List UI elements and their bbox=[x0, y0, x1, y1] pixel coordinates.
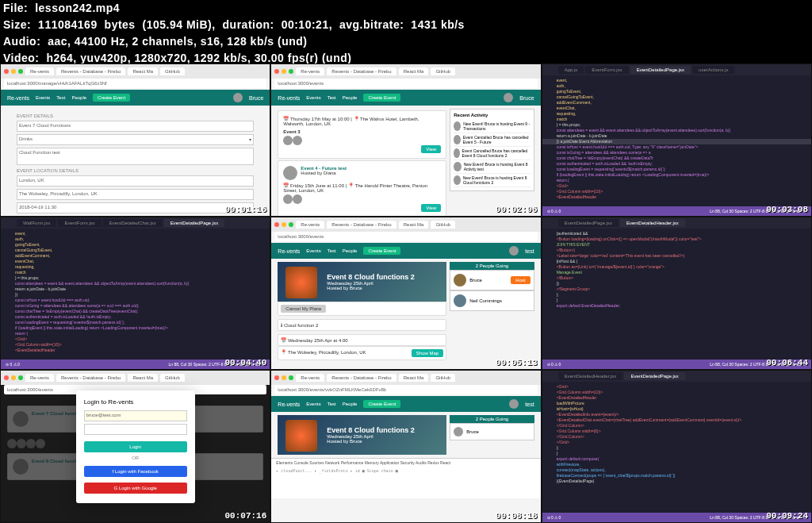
google-icon: G bbox=[113, 486, 117, 490]
calendar-icon: 📅 bbox=[281, 338, 286, 343]
cancel-place-button[interactable]: Cancel My Place bbox=[281, 305, 326, 313]
main-nav: Re-ventsEventsTestPeopleCreate EventBruc… bbox=[1, 90, 270, 106]
event-list-item: 📅 Thursday 17th May at 10:00 | 📍 The Wal… bbox=[278, 110, 446, 159]
nav-test[interactable]: Test bbox=[56, 95, 65, 100]
show-map-button[interactable]: Show Map bbox=[412, 349, 443, 357]
info-icon: ℹ bbox=[281, 323, 282, 328]
email-input[interactable]: bruce@test.com bbox=[84, 410, 187, 421]
timestamp: 00:01:16 bbox=[225, 205, 267, 214]
venue-input[interactable]: The Wolseley, Piccadilly, London, UK bbox=[17, 189, 254, 200]
event-hero: Event 8 Cloud functions 2 Wednesday 25th… bbox=[278, 262, 446, 302]
browser-chrome: Re-ventsRevents - Database - FireboReact… bbox=[1, 64, 270, 79]
google-login-button[interactable]: G Login with Google bbox=[84, 483, 187, 494]
pin-icon: 📍 bbox=[281, 350, 286, 355]
host-badge: Host bbox=[511, 276, 530, 284]
nav-people[interactable]: People bbox=[71, 95, 86, 100]
pin-icon: 📍 bbox=[354, 117, 359, 121]
code-editor[interactable]: <Grid> <Grid.Column width={10}> <EventDe… bbox=[542, 382, 811, 484]
code-editor[interactable]: event, auth, goingToEvent, cancelGoingTo… bbox=[1, 229, 270, 353]
devtools-tabs[interactable]: Elements Console Sources Network Perform… bbox=[271, 458, 540, 467]
create-event-button[interactable]: Create Event bbox=[93, 94, 130, 102]
event-hero: Event 8 Cloud functions 2 Wednesday 25th… bbox=[278, 415, 446, 455]
nav-events[interactable]: Events bbox=[36, 95, 50, 100]
recent-activity-panel: Recent Activity New Event! Bruce is host… bbox=[450, 109, 534, 191]
city-input[interactable]: London, UK bbox=[17, 175, 254, 187]
event-title-input[interactable]: Event 7 Cloud Functions bbox=[17, 121, 254, 132]
code-editor[interactable]: event, auth, goingToEvent, cancelGoingTo… bbox=[542, 75, 811, 200]
attendee-item: BruceHost bbox=[450, 270, 534, 290]
view-button[interactable]: View bbox=[421, 145, 441, 153]
editor-tabs: App.jsEventForm.jsxEventDetailedPage.jsx… bbox=[542, 64, 811, 75]
password-input[interactable] bbox=[84, 424, 187, 435]
facebook-login-button[interactable]: f Login with Facebook bbox=[84, 466, 187, 477]
attendee-item: Neil Cummings bbox=[450, 290, 534, 311]
facebook-icon: f bbox=[112, 469, 113, 474]
pin-icon: 📍 bbox=[348, 183, 354, 188]
create-event-button[interactable]: Create Event bbox=[363, 400, 400, 408]
code-editor[interactable]: {authenticated && <Button loading={loadi… bbox=[542, 229, 811, 309]
login-button[interactable]: Login bbox=[84, 441, 187, 452]
login-modal: Login to Re-vents bruce@test.com Login O… bbox=[76, 390, 195, 503]
event-list-item: Event 4 - Future testHosted by Diana 📅 F… bbox=[278, 160, 446, 217]
modal-title: Login to Re-vents bbox=[84, 398, 187, 406]
chevron-down-icon: ▾ bbox=[249, 137, 251, 143]
description-input[interactable]: Cloud Function test bbox=[17, 148, 254, 165]
create-event-button[interactable]: Create Event bbox=[363, 247, 400, 255]
view-button[interactable]: View bbox=[421, 204, 441, 212]
devtools-panel[interactable]: ▸ cloudFunct... ▸ _fieldsProto ▸ id ■ Sc… bbox=[271, 467, 540, 498]
category-select[interactable]: Drinks▾ bbox=[17, 134, 254, 145]
section-header: EVENT LOCATION DETAILS bbox=[17, 168, 254, 173]
url-bar[interactable]: localhost:3000/manage/vHvh1AFALkTqG6z3Nf bbox=[4, 79, 266, 88]
user-menu[interactable]: Bruce bbox=[249, 95, 263, 101]
attendees-header: 2 People Going bbox=[450, 262, 534, 270]
section-header: EVENT DETAILS bbox=[17, 113, 254, 118]
video-thumbnail-grid: Re-ventsRevents - Database - FireboReact… bbox=[0, 63, 812, 523]
date-input[interactable]: 2018-04-19 11:30 bbox=[17, 202, 254, 213]
create-event-button[interactable]: Create Event bbox=[363, 94, 400, 102]
brand[interactable]: Re-vents bbox=[7, 95, 29, 101]
